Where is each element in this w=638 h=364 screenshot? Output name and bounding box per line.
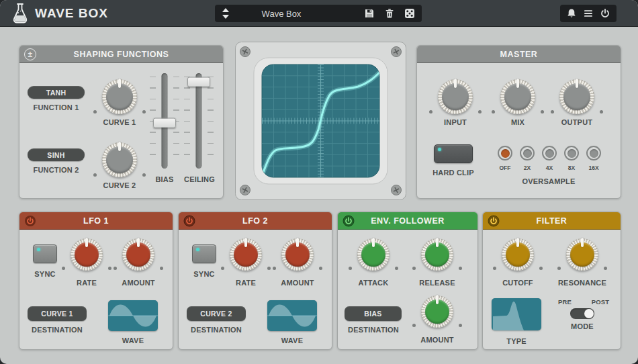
oversample-radio-off[interactable]: [498, 146, 512, 161]
shaping-functions-header: ± SHAPING FUNCTIONS: [19, 46, 223, 63]
filter-panel: FILTER CUTOFF RESONANCE TYPE PRE POST MO…: [482, 212, 621, 350]
lfo2-power-icon[interactable]: [183, 215, 195, 227]
oversample-4x-label: 4X: [539, 165, 559, 171]
lfo1-wave-display[interactable]: [108, 300, 158, 331]
lfo2-sync-label: SYNC: [184, 270, 224, 278]
preset-name[interactable]: Wave Box: [215, 5, 348, 22]
plugin-window: WAVE BOX Wave Box: [0, 0, 638, 364]
bias-slider[interactable]: [150, 73, 179, 169]
output-knob[interactable]: [559, 79, 594, 114]
power-icon[interactable]: [600, 8, 610, 19]
function1-select-button[interactable]: TANH: [28, 86, 85, 99]
ceiling-slider[interactable]: [184, 73, 214, 169]
lfo2-sine-wave-icon: [267, 300, 317, 331]
randomize-dice-icon[interactable]: [404, 8, 415, 19]
lfo1-amount-label: AMOUNT: [111, 279, 165, 287]
mix-label: MIX: [491, 118, 545, 126]
release-knob[interactable]: [421, 238, 453, 271]
function1-label: FUNCTION 1: [28, 103, 85, 111]
lfo2-rate-knob[interactable]: [230, 238, 262, 271]
lfo2-title: LFO 2: [242, 216, 268, 226]
filter-type-label: TYPE: [490, 337, 543, 345]
filter-header: FILTER: [483, 212, 621, 230]
lfo1-header: LFO 1: [19, 212, 173, 230]
bias-label: BIAS: [150, 175, 179, 183]
oversample-2x-label: 2X: [517, 165, 537, 171]
flask-logo-icon: [11, 3, 30, 24]
oversample-radio-16x[interactable]: [586, 146, 601, 161]
lfo1-sync-button[interactable]: [33, 244, 57, 263]
curve2-knob[interactable]: [102, 142, 137, 177]
mode-label: MODE: [555, 322, 609, 330]
lfo2-panel: LFO 2 SYNC RATE AMOUNT CURVE 2 DESTINATI…: [178, 212, 332, 350]
function2-label: FUNCTION 2: [28, 166, 85, 174]
curve1-knob[interactable]: [102, 79, 137, 114]
lfo1-destination-label: DESTINATION: [28, 326, 87, 334]
oscilloscope-display: [235, 42, 406, 200]
lfo1-rate-label: RATE: [60, 279, 113, 287]
titlebar: WAVE BOX Wave Box: [0, 0, 638, 27]
bias-slider-handle[interactable]: [153, 118, 176, 128]
env-follower-title: ENV. FOLLOWER: [371, 216, 445, 226]
oversample-radio-2x[interactable]: [520, 146, 535, 161]
notifications-bell-icon[interactable]: [566, 8, 577, 19]
output-label: OUTPUT: [550, 118, 604, 126]
lfo1-destination-button[interactable]: CURVE 1: [28, 306, 87, 321]
shaping-functions-panel: ± SHAPING FUNCTIONS TANH FUNCTION 1 SINH…: [19, 45, 224, 199]
lfo1-panel: LFO 1 SYNC RATE AMOUNT CURVE 1 DESTINATI…: [19, 212, 173, 350]
save-icon[interactable]: [364, 8, 375, 19]
hard-clip-label: HARD CLIP: [426, 169, 480, 177]
master-title: MASTER: [500, 50, 538, 59]
hard-clip-button[interactable]: [434, 144, 473, 163]
app-title: WAVE BOX: [35, 6, 108, 21]
input-knob[interactable]: [438, 79, 473, 114]
lfo1-power-icon[interactable]: [24, 215, 36, 227]
filter-power-icon[interactable]: [488, 215, 500, 227]
lfo2-amount-knob[interactable]: [281, 238, 314, 271]
ceiling-slider-handle[interactable]: [187, 77, 210, 87]
lfo1-sync-led: [37, 248, 40, 251]
oversample-label: OVERSAMPLE: [518, 177, 579, 185]
lfo2-sync-button[interactable]: [192, 244, 216, 263]
oversample-off-label: OFF: [495, 165, 515, 171]
lfo2-wave-label: WAVE: [265, 336, 319, 345]
menu-icon[interactable]: [583, 8, 594, 19]
lfo1-rate-knob[interactable]: [71, 238, 103, 271]
function2-select-button[interactable]: SINH: [28, 148, 85, 161]
env-amount-label: AMOUNT: [410, 336, 464, 344]
mode-toggle[interactable]: [570, 308, 594, 319]
oversample-radio-8x[interactable]: [564, 146, 579, 161]
mode-post-label: POST: [587, 298, 614, 306]
env-follower-header: ENV. FOLLOWER: [338, 212, 477, 230]
lfo2-destination-button[interactable]: CURVE 2: [187, 306, 246, 321]
mode-toggle-knob[interactable]: [584, 309, 594, 318]
shaping-functions-title: SHAPING FUNCTIONS: [74, 50, 169, 59]
oversample-radio-4x[interactable]: [542, 146, 557, 161]
curve1-label: CURVE 1: [93, 118, 146, 126]
lfo2-rate-label: RATE: [219, 279, 273, 287]
lowpass-filter-curve-icon: [492, 298, 541, 330]
resonance-label: RESONANCE: [555, 279, 609, 287]
system-bar: [560, 5, 617, 22]
master-panel: MASTER INPUT MIX OUTPUT HARD CLIP OFF 2X…: [416, 45, 621, 199]
lfo1-amount-knob[interactable]: [122, 238, 154, 271]
oversample-8x-label: 8X: [561, 165, 582, 171]
env-amount-knob[interactable]: [421, 295, 453, 328]
lfo1-title: LFO 1: [83, 216, 109, 226]
filter-type-display[interactable]: [492, 298, 541, 330]
plus-minus-icon[interactable]: ±: [24, 48, 36, 60]
brand: WAVE BOX: [11, 3, 108, 24]
lfo2-wave-display[interactable]: [267, 300, 317, 331]
delete-icon[interactable]: [384, 8, 395, 19]
env-destination-button[interactable]: BIAS: [345, 306, 402, 321]
master-header: MASTER: [417, 46, 621, 63]
attack-knob[interactable]: [357, 238, 390, 271]
lfo2-header: LFO 2: [179, 212, 332, 230]
lfo1-sine-wave-icon: [108, 300, 158, 331]
env-follower-power-icon[interactable]: [343, 215, 355, 227]
resonance-knob[interactable]: [566, 238, 598, 271]
lfo2-amount-label: AMOUNT: [271, 279, 324, 287]
mix-knob[interactable]: [500, 79, 535, 114]
hard-clip-led: [438, 148, 441, 151]
cutoff-knob[interactable]: [502, 238, 534, 271]
